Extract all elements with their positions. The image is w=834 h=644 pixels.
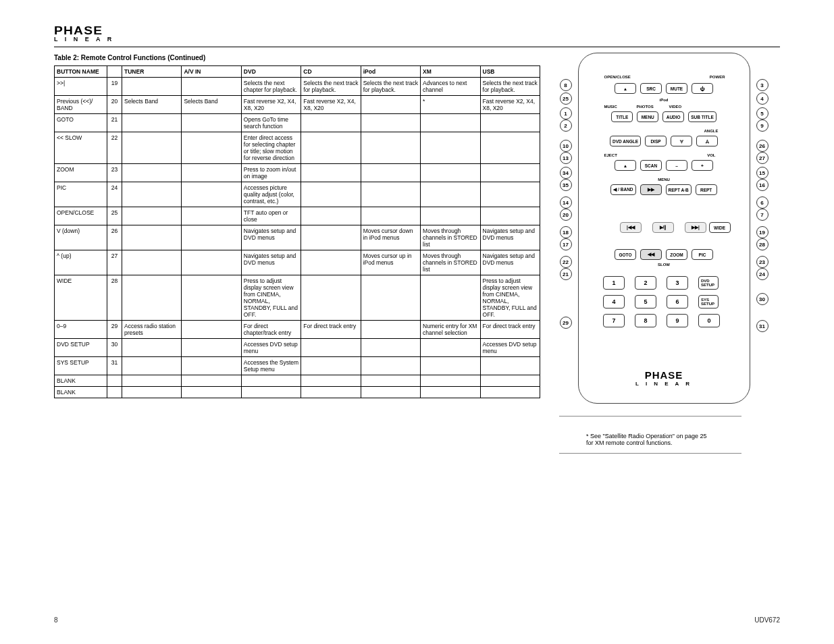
- btn-band[interactable]: ◀ / BAND: [610, 184, 635, 195]
- cell: [480, 207, 540, 225]
- cell: 27: [107, 250, 122, 275]
- btn-6[interactable]: 6: [667, 295, 688, 308]
- cell: [301, 164, 361, 182]
- btn-9[interactable]: 9: [667, 314, 688, 327]
- cell: [241, 387, 301, 398]
- model-number: UDV672: [754, 616, 780, 624]
- callout-1: 1: [560, 107, 572, 119]
- cell: Selects Band: [182, 96, 241, 114]
- btn-power[interactable]: ⏻: [692, 83, 713, 94]
- numpad: 1 2 3 DVD SETUP 4 5 6 SYS SETUP 7 8 9 0: [603, 276, 725, 327]
- cell: [480, 114, 540, 132]
- btn-goto[interactable]: GOTO: [615, 249, 636, 260]
- cell: [182, 321, 241, 339]
- btn-disp[interactable]: DISP: [645, 136, 667, 146]
- table-row: SYS SETUP31Accesses the System Setup men…: [55, 357, 540, 375]
- cell: BLANK: [55, 375, 107, 387]
- btn-mute[interactable]: MUTE: [666, 83, 687, 94]
- table-row: V (down)26Navigates setup and DVD menusM…: [55, 225, 540, 250]
- cell: [122, 275, 182, 321]
- btn-4[interactable]: 4: [603, 295, 625, 308]
- btn-rept[interactable]: REPT: [696, 184, 717, 195]
- cell: [182, 375, 241, 387]
- btn-src[interactable]: SRC: [640, 83, 662, 94]
- cell: [182, 250, 241, 275]
- callout-34: 34: [560, 167, 572, 179]
- cell: For direct track entry: [301, 321, 361, 339]
- cell: [361, 207, 420, 225]
- table-title: Table 2: Remote Control Functions (Conti…: [54, 54, 540, 61]
- cell: [480, 164, 540, 182]
- cell: [107, 375, 122, 387]
- cell: Selects the next chapter for playback.: [241, 78, 301, 96]
- cell: 20: [107, 96, 122, 114]
- btn-vol-plus[interactable]: +: [692, 160, 713, 171]
- btn-eject-top[interactable]: ▲: [615, 83, 636, 94]
- callout-21: 21: [560, 268, 572, 280]
- table-row: DVD SETUP30Accesses DVD setup menuAccess…: [55, 339, 540, 357]
- label-menu-grp: MENU: [579, 178, 750, 182]
- cell: [480, 375, 540, 387]
- btn-zoom[interactable]: ZOOM: [666, 249, 687, 260]
- footnote-rule-top: [559, 416, 741, 423]
- cell: [361, 339, 420, 357]
- cell: [122, 78, 182, 96]
- btn-8[interactable]: 8: [635, 314, 656, 327]
- btn-ff[interactable]: ▶▶: [640, 184, 662, 195]
- btn-3[interactable]: 3: [667, 276, 688, 290]
- btn-0[interactable]: 0: [698, 314, 720, 327]
- btn-dvd-angle[interactable]: DVD ANGLE: [610, 136, 641, 146]
- cell: [301, 339, 361, 357]
- cell: SYS SETUP: [55, 357, 107, 375]
- cell: [182, 132, 241, 164]
- cell: [301, 250, 361, 275]
- cell: [122, 225, 182, 250]
- cell: [122, 164, 182, 182]
- btn-5[interactable]: 5: [635, 295, 656, 308]
- btn-subtitle[interactable]: SUB TITLE: [688, 111, 716, 122]
- cell: [361, 387, 420, 398]
- cell: [421, 132, 480, 164]
- table-row: 0–929Access radio station presetsFor dir…: [55, 321, 540, 339]
- cell: For direct track entry: [480, 321, 540, 339]
- cell: [301, 275, 361, 321]
- cell: For direct chapter/track entry: [241, 321, 301, 339]
- label-open-close: OPEN/CLOSE: [604, 75, 631, 79]
- callout-16: 16: [756, 179, 768, 191]
- table-row: WIDE28Press to adjust display screen vie…: [55, 275, 540, 321]
- cell: Press to adjust display screen view from…: [480, 275, 540, 321]
- cell: Navigates setup and DVD menus: [480, 250, 540, 275]
- cell: Selects the next track for playback.: [361, 78, 420, 96]
- btn-rept-ab[interactable]: REPT A·B: [666, 184, 692, 195]
- table-row: >>|19Selects the next chapter for playba…: [55, 78, 540, 96]
- cell: 30: [107, 339, 122, 357]
- callout-14: 14: [560, 196, 572, 209]
- btn-7[interactable]: 7: [603, 314, 625, 327]
- btn-eject[interactable]: ▲: [615, 160, 636, 171]
- cell: 22: [107, 132, 122, 164]
- cell: [301, 132, 361, 164]
- callout-6: 6: [756, 196, 768, 209]
- table-row: BLANK: [55, 387, 540, 398]
- btn-wide[interactable]: WIDE: [709, 222, 731, 233]
- btn-menu[interactable]: MENU: [637, 111, 658, 122]
- cell: Press to zoom in/out on image: [241, 164, 301, 182]
- callout-15: 15: [756, 167, 768, 179]
- btn-sys-setup[interactable]: SYS SETUP: [698, 295, 719, 308]
- btn-scan[interactable]: SCAN: [640, 160, 662, 171]
- btn-angle-down[interactable]: ⩔: [671, 136, 692, 146]
- btn-angle-up[interactable]: ⩓: [696, 136, 718, 146]
- cell: Moves through channels in STORED list: [421, 250, 480, 275]
- btn-pic[interactable]: PIC: [692, 249, 713, 260]
- btn-vol-minus[interactable]: –: [666, 160, 687, 171]
- callout-26: 26: [756, 140, 768, 152]
- btn-audio[interactable]: AUDIO: [662, 111, 684, 122]
- page-number: 8: [54, 616, 58, 624]
- callout-22: 22: [560, 256, 572, 268]
- btn-dvd-setup[interactable]: DVD SETUP: [698, 276, 719, 290]
- cell: ZOOM: [55, 164, 107, 182]
- btn-title[interactable]: TITLE: [611, 111, 633, 122]
- btn-rw[interactable]: ◀◀: [640, 249, 662, 260]
- btn-2[interactable]: 2: [635, 276, 656, 290]
- btn-1[interactable]: 1: [603, 276, 625, 290]
